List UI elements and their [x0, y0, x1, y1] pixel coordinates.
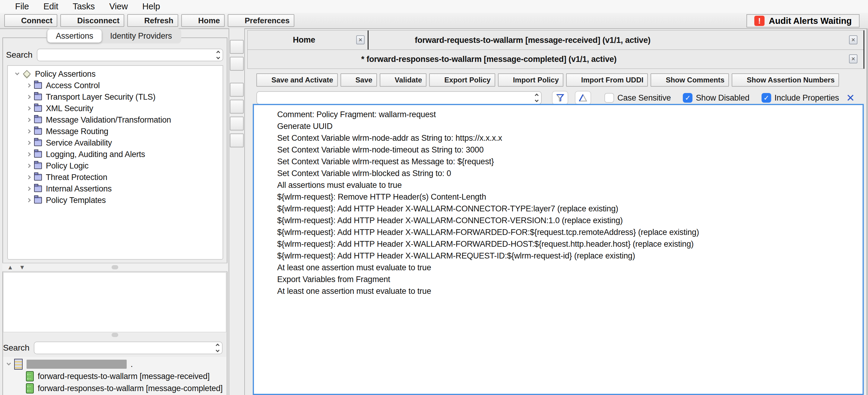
chevron-right-icon[interactable]: [27, 198, 31, 202]
audit-alerts-button[interactable]: Audit Alerts Waiting: [746, 14, 860, 27]
filter-funnel-button[interactable]: [552, 91, 568, 105]
disconnect-button[interactable]: Disconnect: [60, 14, 124, 27]
chevron-down-icon[interactable]: [15, 71, 19, 75]
chevron-right-icon[interactable]: [27, 83, 31, 88]
clear-search-button[interactable]: ✕: [846, 92, 855, 104]
assertion-category-row[interactable]: Policy Logic: [8, 160, 223, 172]
policy-assertion-row[interactable]: Set Context Variable wlrm-request as Mes…: [254, 156, 863, 168]
checkbox-icon[interactable]: [604, 93, 614, 103]
filter-highlight-button[interactable]: [575, 91, 591, 105]
assertion-category-row[interactable]: Internal Assertions: [8, 183, 223, 195]
tab-assertions[interactable]: Assertions: [48, 29, 102, 43]
service-search-input[interactable]: [37, 343, 210, 353]
chevron-right-icon[interactable]: [27, 141, 31, 145]
tab-home[interactable]: Home: [256, 30, 367, 50]
policy-assertion-row[interactable]: Export Variables from Fragment: [254, 274, 863, 285]
toolbar-button-label: Preferences: [245, 16, 289, 25]
chevron-right-icon[interactable]: [27, 95, 31, 99]
panel-splitter[interactable]: ▲ ▼: [2, 263, 227, 272]
spinner-icon[interactable]: [217, 51, 220, 59]
policy-assertion-row[interactable]: Set Context Variable wlrm-node-timeout a…: [254, 144, 863, 156]
chevron-right-icon[interactable]: [27, 187, 31, 191]
export-policy-button[interactable]: Export Policy: [429, 74, 495, 87]
tab-identity-providers[interactable]: Identity Providers: [102, 29, 180, 43]
tab-forward-responses[interactable]: * forward-responses-to-wallarm [message-…: [361, 55, 617, 64]
assertion-category-row[interactable]: Access Control: [8, 80, 223, 91]
assertion-category-row[interactable]: Service Availability: [8, 137, 223, 148]
policy-assertion-row[interactable]: Comment: Policy Fragment: wallarm-reques…: [254, 109, 863, 120]
assertion-category-row[interactable]: Transport Layer Security (TLS): [8, 91, 223, 103]
show-disabled-checkbox[interactable]: Show Disabled: [683, 93, 749, 103]
chevron-right-icon[interactable]: [27, 175, 31, 179]
assertion-category-row[interactable]: Threat Protection: [8, 172, 223, 183]
policy-fragment-row[interactable]: forward-requests-to-wallarm [message-rec…: [3, 370, 226, 382]
gateway-root-row[interactable]: .: [3, 358, 226, 370]
policy-assertion-row[interactable]: ${wlrm-request}: Remove HTTP Header(s) C…: [254, 191, 863, 203]
policy-fragment-row[interactable]: forward-responses-to-wallarm [message-co…: [3, 382, 226, 394]
panel-splitter[interactable]: [2, 333, 227, 341]
chevron-right-icon[interactable]: [27, 118, 31, 122]
policy-assertion-row[interactable]: At least one assertion must evaluate to …: [254, 262, 863, 274]
show-assertion-numbers-button[interactable]: Show Assertion Numbers: [732, 74, 839, 87]
add-assertion-button[interactable]: [230, 40, 244, 54]
policy-assertion-row[interactable]: All assertions must evaluate to true: [254, 179, 863, 191]
chevron-right-icon[interactable]: [27, 129, 31, 134]
menu-item[interactable]: File: [8, 1, 36, 11]
assertion-category-row[interactable]: Message Validation/Transformation: [8, 114, 223, 125]
move-assertion-up-button[interactable]: [230, 83, 244, 96]
assertion-category-row[interactable]: Message Routing: [8, 125, 223, 137]
checkbox-icon[interactable]: [762, 93, 771, 103]
move-assertion-down-button[interactable]: [230, 100, 244, 114]
chevron-right-icon[interactable]: [27, 106, 31, 111]
policy-assertion-row[interactable]: Set Context Variable wlrm-blocked as Str…: [254, 168, 863, 179]
menu-item[interactable]: Help: [135, 1, 167, 11]
show-comments-button[interactable]: Show Comments: [651, 74, 729, 87]
policy-assertion-row[interactable]: At least one assertion must evaluate to …: [254, 285, 863, 297]
import-policy-button[interactable]: Import Policy: [498, 74, 563, 87]
connect-button[interactable]: Connect: [4, 14, 57, 27]
assertion-search-input[interactable]: [40, 50, 211, 60]
spinner-icon[interactable]: [216, 344, 219, 352]
include-properties-checkbox[interactable]: Include Properties: [762, 93, 839, 103]
spinner-icon[interactable]: [535, 94, 538, 102]
close-tab-button[interactable]: [849, 35, 858, 45]
policy-search-input[interactable]: [260, 92, 529, 103]
close-tab-button[interactable]: [849, 54, 858, 63]
assertion-category-row[interactable]: Logging, Auditing and Alerts: [8, 148, 223, 160]
policy-assertion-row[interactable]: ${wlrm-request}: Add HTTP Header X-WALLA…: [254, 250, 863, 262]
chevron-right-icon[interactable]: [27, 164, 31, 168]
home-button[interactable]: Home: [181, 14, 225, 27]
policy-assertion-row[interactable]: ${wlrm-request}: Add HTTP Header X-WALLA…: [254, 238, 863, 250]
preferences-button[interactable]: Preferences: [228, 14, 294, 27]
tree-root-policy-assertions[interactable]: Policy Assertions: [8, 68, 223, 80]
menu-item[interactable]: Edit: [36, 1, 65, 11]
assertion-category-row[interactable]: Policy Templates: [8, 195, 223, 206]
checkbox-icon[interactable]: [683, 93, 692, 103]
policy-assertion-row[interactable]: Set Context Variable wlrm-node-addr as S…: [254, 132, 863, 144]
assertion-category-row[interactable]: XML Security: [8, 103, 223, 114]
menu-item[interactable]: View: [102, 1, 135, 11]
policy-assertion-row[interactable]: ${wlrm-request}: Add HTTP Header X-WALLA…: [254, 215, 863, 226]
expand-collapse-button[interactable]: [230, 57, 244, 70]
chevron-right-icon[interactable]: [27, 152, 31, 157]
collapse-down-icon[interactable]: ▼: [19, 264, 25, 271]
validate-button[interactable]: Validate: [380, 74, 427, 87]
splitter-handle[interactable]: [112, 265, 118, 270]
disable-assertion-button[interactable]: [230, 134, 244, 147]
save-and-activate-button[interactable]: Save and Activate: [256, 74, 338, 87]
delete-assertion-button[interactable]: [230, 117, 244, 131]
policy-assertion-row[interactable]: ${wlrm-request}: Add HTTP Header X-WALLA…: [254, 203, 863, 215]
import-from-uddi-button[interactable]: Import From UDDI: [566, 74, 648, 87]
assertion-text: ${wlrm-request}: Remove HTTP Header(s) C…: [275, 192, 489, 202]
save-button[interactable]: Save: [341, 74, 377, 87]
close-tab-button[interactable]: [356, 35, 365, 45]
menu-item[interactable]: Tasks: [65, 1, 102, 11]
case-sensitive-checkbox[interactable]: Case Sensitive: [604, 93, 671, 103]
refresh-button[interactable]: Refresh: [127, 14, 178, 27]
collapse-up-icon[interactable]: ▲: [7, 264, 13, 271]
tab-forward-requests[interactable]: forward-requests-to-wallarm [message-rec…: [415, 35, 651, 45]
policy-assertion-row[interactable]: ${wlrm-request}: Add HTTP Header X-WALLA…: [254, 226, 863, 238]
chevron-down-icon[interactable]: [7, 361, 11, 365]
splitter-handle[interactable]: [112, 333, 118, 337]
policy-assertion-row[interactable]: Generate UUID: [254, 120, 863, 132]
